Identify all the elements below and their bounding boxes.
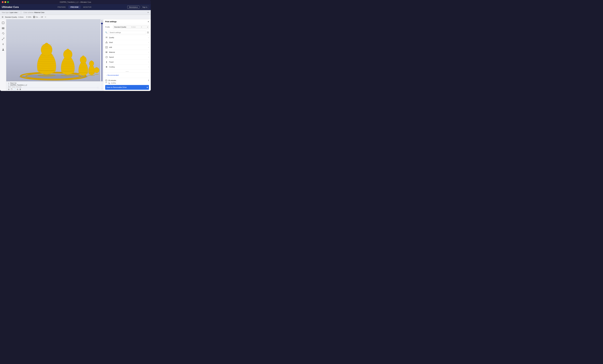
- infill-icon: [105, 46, 108, 49]
- star-icon: ★: [141, 26, 142, 28]
- fullscreen-button[interactable]: [7, 1, 9, 3]
- settings-item-material[interactable]: Material ›: [104, 50, 151, 55]
- logo-prefix: Ultimaker: [2, 6, 13, 8]
- edit-icon[interactable]: ✏: [148, 11, 149, 13]
- signin-button[interactable]: Sign in: [141, 6, 149, 9]
- svg-marker-47: [106, 61, 107, 62]
- svg-rect-34: [106, 37, 107, 38]
- tab-monitor[interactable]: MONITOR: [81, 6, 93, 9]
- zoom-icon: ⊡: [26, 16, 27, 18]
- dolls-scene: [10, 33, 99, 85]
- tool-scale[interactable]: [1, 36, 5, 41]
- quality-icon: ⊞: [2, 16, 3, 18]
- svg-line-5: [2, 38, 4, 40]
- close-button[interactable]: [2, 1, 4, 3]
- object-copy-icon[interactable]: ❐: [11, 88, 12, 90]
- shell-label: Shell: [109, 42, 147, 43]
- speed-label: Speed: [109, 56, 147, 58]
- profile-name: Standard Quality: [114, 26, 126, 28]
- object-list-label: Object list: [10, 82, 16, 84]
- off-label: Off: [41, 16, 43, 18]
- app-logo: Ultimaker Cura: [2, 6, 19, 9]
- svg-marker-4: [2, 34, 3, 34]
- svg-marker-12: [3, 44, 4, 45]
- object-split-icon[interactable]: ⧉: [17, 88, 18, 90]
- profile-select[interactable]: Standard Quality 0.2mm ★ ▾: [113, 25, 149, 29]
- settings-item-travel[interactable]: Travel ›: [104, 60, 151, 65]
- view-type-item: View type Layer view ‹: [2, 11, 19, 13]
- search-row: 🔍 ☰: [104, 30, 151, 35]
- view-type-chevron-icon[interactable]: ‹: [18, 11, 19, 13]
- minimize-button[interactable]: [4, 1, 6, 3]
- svg-point-19: [41, 44, 52, 56]
- settings-menu-icon[interactable]: ☰: [147, 31, 149, 34]
- search-settings-input[interactable]: [108, 31, 146, 34]
- marketplace-button[interactable]: Marketplace: [127, 6, 139, 9]
- travel-icon: [105, 61, 108, 63]
- svg-rect-2: [2, 28, 4, 28]
- cooling-chevron-icon: ›: [148, 66, 149, 68]
- svg-line-65: [107, 82, 107, 83]
- settings-item-speed[interactable]: Speed ›: [104, 55, 151, 60]
- tab-preview[interactable]: PREVIEW: [69, 6, 81, 9]
- weight-row: 1g · 0.47m: [105, 82, 149, 84]
- panel-close-button[interactable]: ×: [148, 21, 149, 23]
- svg-point-26: [82, 56, 84, 57]
- svg-rect-13: [3, 49, 3, 50]
- object-delete-icon[interactable]: 🗑: [19, 88, 21, 90]
- settings-item-cooling[interactable]: Cooling ›: [104, 65, 151, 69]
- object-file-icon[interactable]: 📄: [13, 88, 16, 90]
- settings-item-quality[interactable]: Quality ›: [104, 35, 151, 40]
- quality-chevron-icon: ›: [148, 36, 149, 39]
- object-view-icon[interactable]: ⊞: [8, 88, 10, 90]
- object-name: CE3PRO_Transform_1_2: [10, 84, 27, 86]
- tool-mirror[interactable]: [1, 42, 5, 46]
- settings-item-support[interactable]: Support ›: [104, 69, 151, 71]
- main-content: ▶ 71 ∧ Object list ✏ CE3PRO_Transform_1_…: [0, 19, 151, 91]
- color-scheme-value: Material Color: [34, 11, 44, 13]
- panel-header: Print settings ×: [104, 19, 151, 24]
- right-slider: 71: [100, 19, 103, 91]
- settings-item-shell[interactable]: Shell ›: [104, 40, 151, 45]
- layer-icon: 🔲: [33, 16, 35, 18]
- svg-rect-1: [2, 27, 4, 28]
- traffic-lights[interactable]: [2, 1, 9, 3]
- settings-list: Quality › Shell › Infill ›: [104, 35, 151, 71]
- zoom-item: ⊡ 90%: [26, 16, 31, 18]
- svg-point-32: [96, 67, 97, 68]
- svg-rect-14: [2, 50, 4, 51]
- dot-3: [128, 71, 128, 72]
- quality-label: Standard Quality - 0.2mm: [5, 16, 23, 18]
- recommended-button[interactable]: ‹ Recommended: [105, 74, 120, 77]
- weight-icon: [105, 82, 107, 84]
- settings-item-infill[interactable]: Infill ›: [104, 45, 151, 50]
- tool-support[interactable]: [1, 47, 5, 52]
- tool-rotate[interactable]: [1, 31, 5, 36]
- quality-icons: ⊡ 90% 🔲 On — Off ✏: [26, 16, 46, 18]
- view-type-label: View type: [2, 11, 9, 13]
- tool-solid-view[interactable]: [1, 21, 5, 25]
- tool-layer-view[interactable]: [1, 26, 5, 31]
- title-bar: CE3PRO_Transform_1_2 – Ultimaker Cura: [0, 0, 151, 4]
- print-panel: Print settings × Profile Standard Qualit…: [103, 19, 151, 91]
- chevron-down-icon[interactable]: ∧: [8, 82, 9, 84]
- weight-value: 1g · 0.47m: [108, 82, 116, 84]
- color-scheme-item: Color scheme Material Color: [23, 11, 44, 13]
- clock-icon: [105, 79, 107, 81]
- profile-label: Profile: [105, 26, 112, 28]
- recommended-row: ‹ Recommended: [104, 72, 151, 78]
- recommended-label: Recommended: [108, 74, 119, 76]
- speed-icon: [105, 56, 108, 58]
- info-icon[interactable]: ℹ: [148, 79, 149, 81]
- save-button-label: Save to Removable Drive: [106, 86, 127, 88]
- time-row: 18 minutes ℹ: [105, 79, 149, 81]
- v-slider-top-thumb[interactable]: [101, 23, 103, 24]
- svg-line-45: [106, 57, 107, 57]
- tab-prepare[interactable]: PREPARE: [56, 6, 68, 9]
- vertical-slider-track[interactable]: [102, 23, 102, 90]
- svg-point-30: [94, 74, 99, 75]
- save-button[interactable]: Save to Removable Drive ▾: [105, 85, 149, 90]
- panel-title: Print settings: [105, 21, 117, 23]
- settings-pen-icon[interactable]: ✏: [45, 16, 46, 18]
- recommended-chevron-icon: ‹: [106, 74, 107, 76]
